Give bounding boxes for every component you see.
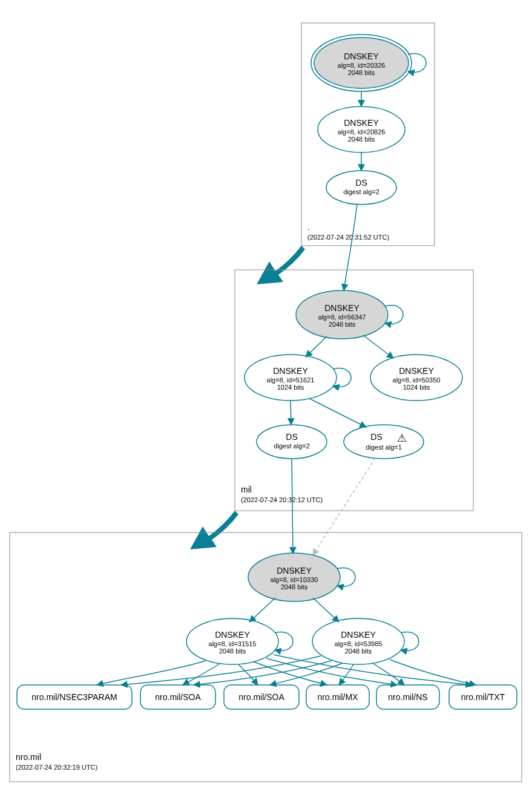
- svg-text:alg=8, id=20326: alg=8, id=20326: [338, 62, 386, 69]
- svg-text:alg=8, id=56347: alg=8, id=56347: [318, 313, 366, 321]
- svg-text:DS: DS: [355, 178, 367, 188]
- zone-nro-name: nro.mil: [16, 752, 41, 762]
- svg-text:nro.mil/NS: nro.mil/NS: [388, 692, 427, 702]
- edge-mil-ksk-zsk2: [363, 335, 393, 358]
- svg-text:nro.mil/NSEC3PARAM: nro.mil/NSEC3PARAM: [31, 692, 117, 702]
- warning-icon: ⚠: [397, 432, 407, 444]
- zone-mil: mil (2022-07-24 20:32:12 UTC) DNSKEY alg…: [235, 270, 473, 511]
- svg-text:DNSKEY: DNSKEY: [344, 51, 379, 61]
- svg-point-29: [344, 425, 424, 459]
- node-mil-ds2: DS ⚠ digest alg=1: [344, 425, 424, 459]
- node-root-zsk: DNSKEY alg=8, id=20826 2048 bits: [318, 106, 405, 152]
- zone-root-timestamp: (2022-07-24 20:31:52 UTC): [307, 234, 389, 241]
- node-nro-zsk1: DNSKEY alg=8, id=31515 2048 bits: [186, 618, 278, 664]
- svg-point-26: [257, 425, 327, 459]
- edge-nro-ksk-zsk2: [313, 598, 339, 622]
- svg-text:2048 bits: 2048 bits: [348, 136, 375, 143]
- edge-zsk1-r2: [183, 663, 220, 685]
- svg-text:DNSKEY: DNSKEY: [324, 303, 360, 313]
- edge-root-ds-mil-ksk: [344, 205, 357, 290]
- zone-mil-timestamp: (2022-07-24 20:32:12 UTC): [241, 496, 323, 503]
- svg-point-10: [326, 171, 396, 205]
- rrset-txt: nro.mil/TXT: [449, 685, 517, 709]
- edge-zsk1-r4: [254, 662, 327, 685]
- node-mil-ds1: DS digest alg=2: [257, 425, 327, 459]
- svg-text:DNSKEY: DNSKEY: [399, 366, 434, 376]
- svg-text:DNSKEY: DNSKEY: [344, 118, 379, 128]
- svg-text:alg=8, id=20826: alg=8, id=20826: [338, 128, 386, 136]
- rrset-soa-2: nro.mil/SOA: [224, 685, 299, 709]
- svg-text:alg=8, id=50350: alg=8, id=50350: [393, 376, 441, 384]
- zone-root-name: .: [307, 222, 310, 232]
- svg-text:1024 bits: 1024 bits: [403, 384, 430, 391]
- svg-text:DNSKEY: DNSKEY: [215, 630, 250, 640]
- big-arrow-root-mil: [257, 246, 305, 284]
- rrset-soa-1: nro.mil/SOA: [140, 685, 215, 709]
- node-nro-zsk2: DNSKEY alg=8, id=53985 2048 bits: [312, 618, 404, 664]
- svg-text:alg=8, id=51621: alg=8, id=51621: [267, 376, 315, 384]
- svg-text:nro.mil/TXT: nro.mil/TXT: [461, 692, 505, 702]
- edge-mil-zsk1-ds2: [309, 398, 366, 427]
- node-root-ds: DS digest alg=2: [326, 171, 396, 205]
- svg-text:digest alg=2: digest alg=2: [274, 442, 310, 450]
- svg-text:digest alg=1: digest alg=1: [366, 444, 402, 451]
- svg-text:DNSKEY: DNSKEY: [273, 366, 308, 376]
- svg-text:DNSKEY: DNSKEY: [341, 630, 376, 640]
- svg-text:nro.mil/MX: nro.mil/MX: [318, 692, 359, 702]
- svg-text:2048 bits: 2048 bits: [281, 583, 308, 591]
- edge-mil-ds1-nro-ksk: [292, 459, 293, 554]
- svg-text:nro.mil/SOA: nro.mil/SOA: [238, 692, 284, 702]
- svg-text:DS: DS: [286, 432, 297, 442]
- svg-text:alg=8, id=10330: alg=8, id=10330: [271, 576, 318, 583]
- svg-text:digest alg=2: digest alg=2: [343, 188, 379, 195]
- dnssec-graph: . (2022-07-24 20:31:52 UTC) DNSKEY alg=8…: [0, 0, 532, 786]
- svg-text:1024 bits: 1024 bits: [277, 384, 304, 391]
- edge-mil-zsk1-ds1: [291, 401, 291, 425]
- zone-mil-name: mil: [241, 485, 252, 494]
- zone-nro-timestamp: (2022-07-24 20:32:19 UTC): [16, 764, 97, 771]
- edge-zsk2-r2: [194, 661, 332, 685]
- edge-mil-ksk-zsk1: [306, 336, 327, 357]
- node-nro-ksk: DNSKEY alg=8, id=10330 2048 bits: [248, 553, 340, 601]
- svg-text:2048 bits: 2048 bits: [345, 647, 372, 655]
- svg-text:2048 bits: 2048 bits: [219, 647, 246, 655]
- rrset-ns: nro.mil/NS: [376, 685, 439, 709]
- edge-mil-ds2-nro-ksk: [313, 458, 375, 555]
- node-mil-zsk2: DNSKEY alg=8, id=50350 1024 bits: [370, 355, 462, 401]
- svg-text:alg=8, id=53985: alg=8, id=53985: [335, 640, 383, 647]
- rrset-mx: nro.mil/MX: [306, 685, 369, 709]
- svg-text:2048 bits: 2048 bits: [348, 69, 375, 76]
- zone-nro: nro.mil (2022-07-24 20:32:19 UTC) DNSKEY…: [10, 532, 522, 782]
- big-arrow-mil-nro: [190, 511, 238, 549]
- node-mil-ksk: DNSKEY alg=8, id=56347 2048 bits: [296, 290, 388, 339]
- svg-text:alg=8, id=31515: alg=8, id=31515: [209, 640, 257, 647]
- svg-text:DNSKEY: DNSKEY: [277, 566, 312, 575]
- svg-text:nro.mil/SOA: nro.mil/SOA: [155, 692, 201, 702]
- zone-root: . (2022-07-24 20:31:52 UTC) DNSKEY alg=8…: [301, 23, 435, 246]
- node-mil-zsk1: DNSKEY alg=8, id=51621 1024 bits: [245, 355, 337, 401]
- edge-nro-ksk-zsk1: [249, 598, 275, 622]
- svg-text:2048 bits: 2048 bits: [329, 321, 356, 328]
- edge-zsk1-r3: [238, 664, 258, 685]
- node-root-ksk: DNSKEY alg=8, id=20326 2048 bits: [311, 34, 412, 91]
- rrset-nsec3param: nro.mil/NSEC3PARAM: [17, 685, 132, 709]
- svg-text:DS: DS: [370, 432, 382, 442]
